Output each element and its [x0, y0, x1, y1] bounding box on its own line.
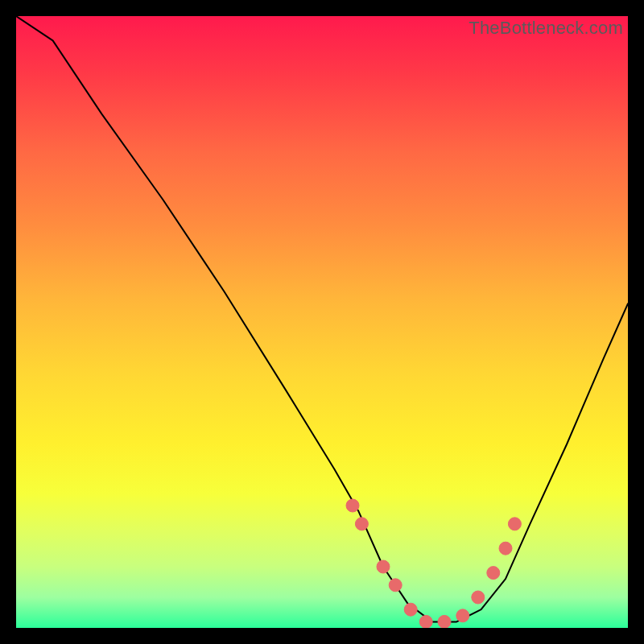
bottleneck-curve — [16, 16, 628, 621]
marker-dot — [377, 560, 390, 573]
marker-dot — [346, 499, 359, 512]
chart-frame: TheBottleneck.com — [0, 0, 644, 644]
marker-dot — [389, 579, 402, 592]
marker-dot — [355, 518, 368, 530]
marker-dot — [487, 567, 500, 580]
marker-dot — [456, 609, 469, 622]
marker-dot — [419, 615, 432, 628]
chart-svg — [16, 16, 628, 628]
marker-dot — [472, 591, 485, 604]
marker-dot — [404, 603, 417, 616]
marker-dot — [499, 542, 512, 555]
marker-group — [346, 499, 521, 628]
marker-dot — [438, 615, 451, 628]
marker-dot — [508, 518, 521, 530]
plot-area: TheBottleneck.com — [16, 16, 628, 628]
